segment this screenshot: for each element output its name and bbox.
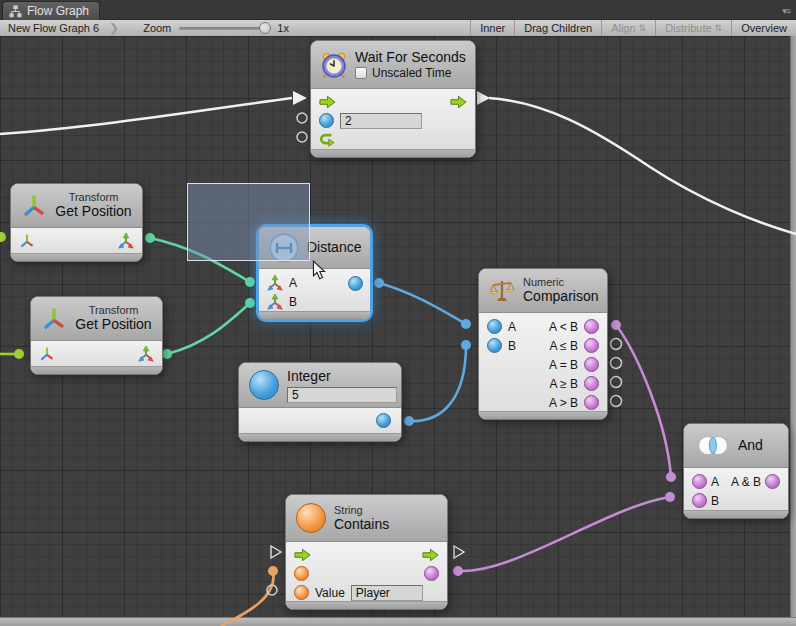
overview-label: Overview: [741, 22, 787, 34]
node-title: Wait For Seconds: [355, 49, 466, 66]
value-input[interactable]: [351, 585, 423, 601]
venn-and-icon: [694, 435, 732, 456]
seconds-input[interactable]: [340, 113, 422, 129]
flow-out-arrow-icon[interactable]: [422, 548, 439, 562]
distribute-updown-icon: ⇅: [715, 23, 723, 33]
comparison-output-port-4[interactable]: [584, 376, 599, 391]
flow-in-arrow-icon[interactable]: [294, 548, 311, 562]
comparison-output-port-1[interactable]: [584, 319, 599, 334]
inner-button[interactable]: Inner: [470, 20, 514, 36]
output-label: A = B: [549, 358, 578, 372]
checkbox-label: Unscaled Time: [372, 66, 451, 80]
selection-rectangle: [187, 183, 310, 261]
string-icon: [296, 503, 326, 533]
toolbar: New Flow Graph 6 ❯ Zoom 1x Inner Drag Ch…: [0, 20, 796, 37]
and-input-a-port[interactable]: [692, 474, 707, 489]
comparison-output-port-5[interactable]: [584, 395, 599, 410]
tab-flow-graph[interactable]: Flow Graph: [2, 1, 100, 20]
and-output-port[interactable]: [765, 474, 780, 489]
drag-children-button[interactable]: Drag Children: [514, 20, 601, 36]
inner-label: Inner: [480, 22, 505, 34]
mouse-cursor: [312, 260, 326, 280]
zoom-slider[interactable]: [179, 27, 267, 30]
tab-title: Flow Graph: [27, 4, 89, 18]
get-position-node-1[interactable]: Transform Get Position: [10, 183, 143, 262]
comparison-input-b-port[interactable]: [487, 338, 502, 353]
output-label: A > B: [549, 396, 578, 410]
numeric-comparison-node[interactable]: Numeric Comparison A A < B B A ≤ B A = B…: [478, 268, 608, 420]
node-category: String: [334, 504, 389, 516]
node-title: Get Position: [75, 316, 151, 333]
position-output-port-icon[interactable]: [138, 346, 154, 362]
zoom-slider-handle[interactable]: [259, 22, 271, 34]
string-contains-node[interactable]: String Contains Value: [285, 494, 448, 610]
integer-node[interactable]: Integer: [238, 362, 402, 442]
distribute-dropdown[interactable]: Distribute ⇅: [655, 20, 731, 36]
node-title: And: [738, 437, 763, 454]
comparison-input-a-port[interactable]: [487, 319, 502, 334]
output-label: A ≤ B: [549, 339, 578, 353]
bottom-frame: [0, 617, 796, 626]
position-input-port-icon[interactable]: [267, 294, 283, 310]
get-position-node-2[interactable]: Transform Get Position: [30, 296, 163, 375]
flow-graph-icon: [9, 5, 22, 18]
integer-input[interactable]: [287, 387, 397, 403]
node-title: Contains: [334, 516, 389, 533]
position-input-port-icon[interactable]: [267, 275, 283, 291]
wait-for-seconds-node[interactable]: Wait For Seconds Unscaled Time: [310, 40, 476, 158]
distribute-label: Distribute: [665, 22, 711, 34]
input-a-label: A: [508, 320, 516, 334]
input-b-label: B: [711, 494, 719, 508]
distance-output-port[interactable]: [348, 276, 363, 291]
node-category: Numeric: [523, 276, 598, 288]
comparison-output-port-3[interactable]: [584, 357, 599, 372]
flow-out-arrow-icon[interactable]: [450, 95, 467, 109]
flow-in-arrow-icon[interactable]: [319, 95, 336, 109]
node-category: Transform: [69, 191, 119, 203]
zoom-value: 1x: [277, 20, 297, 36]
alarm-clock-icon: [321, 52, 347, 78]
input-b-label: B: [289, 295, 297, 309]
contains-result-port[interactable]: [424, 566, 439, 581]
transform-input-port-icon[interactable]: [19, 233, 35, 249]
comparison-output-port-2[interactable]: [584, 338, 599, 353]
transform-axes-icon: [41, 306, 67, 332]
input-b-label: B: [508, 339, 516, 353]
node-title: Get Position: [55, 203, 131, 220]
input-a-label: A: [289, 276, 297, 290]
drag-children-label: Drag Children: [524, 22, 592, 34]
transform-input-port-icon[interactable]: [39, 346, 55, 362]
contains-target-port[interactable]: [294, 566, 309, 581]
node-category: Transform: [89, 304, 139, 316]
contains-value-port[interactable]: [294, 585, 309, 600]
zoom-label: Zoom: [135, 20, 171, 36]
node-title: Integer: [287, 368, 397, 385]
node-title: Distance: [307, 239, 361, 256]
panel-menu-icon[interactable]: ▾≡: [782, 6, 790, 16]
align-updown-icon: ⇅: [639, 23, 647, 33]
transform-axes-icon: [21, 193, 47, 219]
checkbox-box[interactable]: [355, 67, 367, 79]
output-label: A & B: [731, 475, 761, 489]
and-node[interactable]: And A A & B B: [683, 423, 789, 519]
node-title: Comparison: [523, 288, 598, 305]
output-label: A ≥ B: [549, 377, 578, 391]
breadcrumb[interactable]: New Flow Graph 6: [0, 20, 105, 36]
unscaled-time-checkbox[interactable]: Unscaled Time: [355, 66, 466, 80]
breadcrumb-label: New Flow Graph 6: [8, 22, 99, 34]
integer-output-port[interactable]: [376, 413, 391, 428]
breadcrumb-chevron-icon: ❯: [109, 20, 119, 36]
seconds-port[interactable]: [319, 113, 334, 128]
input-a-label: A: [711, 475, 719, 489]
position-output-port-icon[interactable]: [118, 233, 134, 249]
align-label: Align: [611, 22, 635, 34]
align-dropdown[interactable]: Align ⇅: [601, 20, 655, 36]
and-input-b-port[interactable]: [692, 493, 707, 508]
right-frame: [790, 36, 796, 618]
overview-button[interactable]: Overview: [731, 20, 796, 36]
value-label: Value: [315, 586, 345, 600]
tab-bar: Flow Graph ▾≡: [0, 0, 796, 20]
output-label: A < B: [549, 320, 578, 334]
loop-arrow-icon[interactable]: [319, 132, 335, 147]
integer-icon: [249, 370, 279, 400]
